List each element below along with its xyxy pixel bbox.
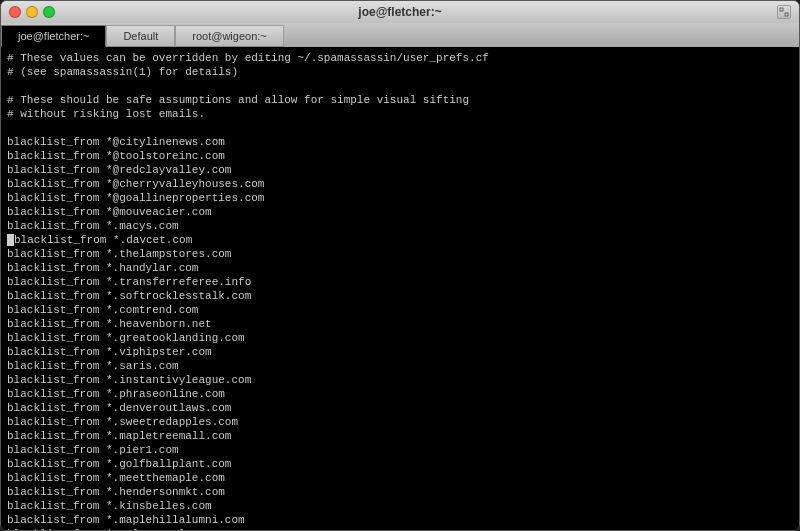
minimize-button[interactable]: [26, 6, 38, 18]
terminal-line-10: blacklist_from *@goallineproperties.com: [7, 191, 793, 205]
tab-joe-fletcher[interactable]: joe@fletcher:~: [1, 25, 106, 47]
terminal-line-34: blacklist_from *.onlysuperleague.com: [7, 527, 793, 530]
terminal-line-21: blacklist_from *.viphipster.com: [7, 345, 793, 359]
terminal-line-29: blacklist_from *.golfballplant.com: [7, 457, 793, 471]
terminal-line-6: blacklist_from *@citylinenews.com: [7, 135, 793, 149]
terminal-line-0: # These values can be overridden by edit…: [7, 51, 793, 65]
terminal-line-5: [7, 121, 793, 135]
terminal-line-23: blacklist_from *.instantivyleague.com: [7, 373, 793, 387]
terminal-line-30: blacklist_from *.meetthemaple.com: [7, 471, 793, 485]
terminal-line-4: # without risking lost emails.: [7, 107, 793, 121]
terminal-line-14: blacklist_from *.thelampstores.com: [7, 247, 793, 261]
terminal-line-28: blacklist_from *.pier1.com: [7, 443, 793, 457]
terminal-line-33: blacklist_from *.maplehillalumni.com: [7, 513, 793, 527]
terminal-line-17: blacklist_from *.softrocklesstalk.com: [7, 289, 793, 303]
terminal-line-11: blacklist_from *@mouveacier.com: [7, 205, 793, 219]
terminal-content[interactable]: # These values can be overridden by edit…: [1, 47, 799, 530]
fullscreen-button[interactable]: [777, 5, 791, 19]
tab-bar: joe@fletcher:~ Default root@wigeon:~: [1, 23, 799, 47]
terminal-line-12: blacklist_from *.macys.com: [7, 219, 793, 233]
terminal-line-24: blacklist_from *.phraseonline.com: [7, 387, 793, 401]
terminal-line-9: blacklist_from *@cherryvalleyhouses.com: [7, 177, 793, 191]
terminal-line-3: # These should be safe assumptions and a…: [7, 93, 793, 107]
cursor: [7, 234, 14, 246]
terminal-line-19: blacklist_from *.heavenborn.net: [7, 317, 793, 331]
window-title: joe@fletcher:~: [358, 5, 441, 19]
tab-default[interactable]: Default: [106, 25, 175, 47]
terminal-line-15: blacklist_from *.handylar.com: [7, 261, 793, 275]
svg-rect-1: [785, 13, 788, 16]
terminal-line-8: blacklist_from *@redclayvalley.com: [7, 163, 793, 177]
terminal-line-25: blacklist_from *.denveroutlaws.com: [7, 401, 793, 415]
title-bar: joe@fletcher:~: [1, 1, 799, 23]
terminal-line-31: blacklist_from *.hendersonmkt.com: [7, 485, 793, 499]
close-button[interactable]: [9, 6, 21, 18]
terminal-line-16: blacklist_from *.transferreferee.info: [7, 275, 793, 289]
terminal-line-22: blacklist_from *.saris.com: [7, 359, 793, 373]
terminal-line-20: blacklist_from *.greatooklanding.com: [7, 331, 793, 345]
maximize-button[interactable]: [43, 6, 55, 18]
terminal-line-2: [7, 79, 793, 93]
terminal-line-13: blacklist_from *.davcet.com: [7, 233, 793, 247]
window-controls: [9, 6, 55, 18]
terminal-line-32: blacklist_from *.kinsbelles.com: [7, 499, 793, 513]
terminal-line-26: blacklist_from *.sweetredapples.com: [7, 415, 793, 429]
terminal-window: joe@fletcher:~ joe@fletcher:~ Default ro…: [0, 0, 800, 531]
tab-root-wigeon[interactable]: root@wigeon:~: [175, 25, 283, 47]
terminal-line-7: blacklist_from *@toolstoreinc.com: [7, 149, 793, 163]
svg-rect-0: [780, 8, 783, 11]
terminal-line-27: blacklist_from *.mapletreemall.com: [7, 429, 793, 443]
terminal-line-18: blacklist_from *.comtrend.com: [7, 303, 793, 317]
terminal-line-1: # (see spamassassin(1) for details): [7, 65, 793, 79]
